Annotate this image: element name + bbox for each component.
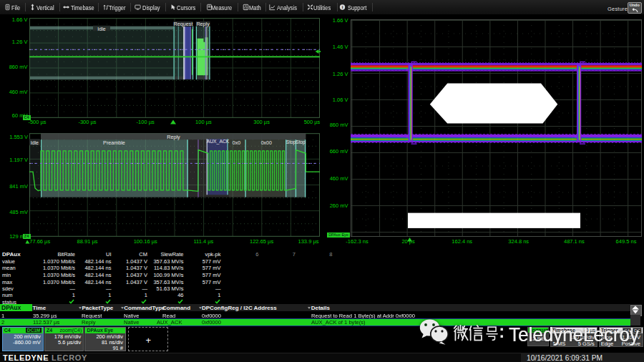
svg-text:i: i	[342, 5, 343, 9]
